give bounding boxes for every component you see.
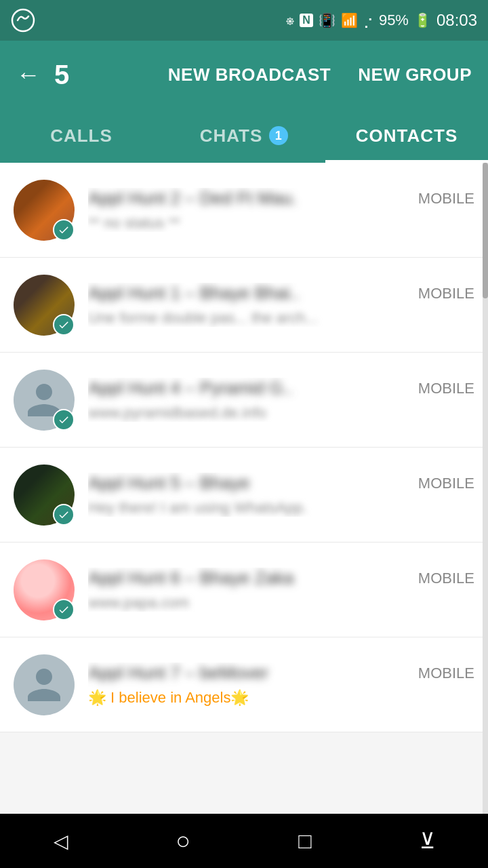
chats-tab-badge: 1 xyxy=(269,126,288,145)
person-icon xyxy=(24,665,64,705)
contact-name: Appl Hunt 7 – beMover xyxy=(88,663,268,684)
check-badge xyxy=(53,314,75,336)
tab-contacts[interactable]: CONTACTS xyxy=(325,108,488,163)
status-bar-left xyxy=(11,8,35,33)
avatar xyxy=(14,654,75,715)
tab-chats[interactable]: CHATS 1 xyxy=(163,108,325,163)
contact-status: ** no status ** xyxy=(88,214,474,232)
bottom-nav: ◁ ○ □ ⊻ xyxy=(0,814,488,868)
new-broadcast-button[interactable]: NEW BROADCAST xyxy=(168,64,331,85)
download-nav-button[interactable]: ⊻ xyxy=(407,821,447,861)
status-bar: ⎈ N 📳 📶 ⡐ 95% 🔋 08:03 xyxy=(0,0,488,41)
battery-text: 95% xyxy=(379,12,409,29)
check-badge xyxy=(53,504,75,526)
contact-name-row: Appl Hunt 1 – Bhaye Bhai.. MOBILE xyxy=(88,283,474,304)
contact-list: Appl Hunt 2 – Ded Ft Mau. MOBILE ** no s… xyxy=(0,163,488,814)
contact-type: MOBILE xyxy=(418,665,474,682)
contact-type: MOBILE xyxy=(418,190,474,208)
avatar-wrap xyxy=(14,654,75,715)
contact-name-row: Appl Hunt 2 – Ded Ft Mau. MOBILE xyxy=(88,188,474,209)
back-button[interactable]: ← xyxy=(16,60,41,89)
tab-calls[interactable]: CALLS xyxy=(0,108,163,163)
contact-type: MOBILE xyxy=(418,570,474,587)
home-nav-button[interactable]: ○ xyxy=(163,821,203,861)
scrollbar-thumb xyxy=(483,163,488,298)
signal-icon: ⡐ xyxy=(363,12,373,28)
header: ← 5 NEW BROADCAST NEW GROUP xyxy=(0,41,488,108)
bluetooth-icon: ⎈ xyxy=(286,13,294,28)
contact-type: MOBILE xyxy=(418,380,474,397)
new-group-button[interactable]: NEW GROUP xyxy=(358,64,472,85)
check-badge xyxy=(53,409,75,431)
nfc-icon: N xyxy=(300,14,313,27)
contact-name: Appl Hunt 1 – Bhaye Bhai.. xyxy=(88,283,300,304)
contact-status: 🌟 I believe in Angels🌟 xyxy=(88,689,474,707)
time-display: 08:03 xyxy=(436,11,477,30)
vibrate-icon: 📳 xyxy=(319,12,336,28)
recents-nav-button[interactable]: □ xyxy=(285,821,325,861)
calls-tab-label: CALLS xyxy=(50,125,113,146)
avatar-wrap xyxy=(14,275,75,336)
status-bar-right: ⎈ N 📳 📶 ⡐ 95% 🔋 08:03 xyxy=(286,11,477,30)
contact-name: Appl Hunt 6 – Bhaye Zaka xyxy=(88,568,294,589)
contact-item[interactable]: Appl Hunt 5 – Bhaye MOBILE Hey there! I … xyxy=(0,448,488,542)
contact-name-row: Appl Hunt 7 – beMover MOBILE xyxy=(88,663,474,684)
check-badge xyxy=(53,599,75,620)
app-icon xyxy=(11,8,35,33)
contact-name-row: Appl Hunt 5 – Bhaye MOBILE xyxy=(88,473,474,494)
svg-point-0 xyxy=(12,9,34,31)
contact-name: Appl Hunt 2 – Ded Ft Mau. xyxy=(88,188,297,209)
contact-item[interactable]: Appl Hunt 1 – Bhaye Bhai.. MOBILE Une fo… xyxy=(0,258,488,353)
contact-item[interactable]: Appl Hunt 4 – Pyramid G.. MOBILE www.pyr… xyxy=(0,353,488,448)
check-badge xyxy=(53,219,75,241)
scrollbar[interactable] xyxy=(483,163,488,814)
avatar-wrap xyxy=(14,465,75,526)
contact-info: Appl Hunt 2 – Ded Ft Mau. MOBILE ** no s… xyxy=(88,188,474,232)
contact-type: MOBILE xyxy=(418,285,474,302)
battery-icon: 🔋 xyxy=(414,12,431,28)
contact-name: Appl Hunt 4 – Pyramid G.. xyxy=(88,378,293,399)
contact-status: www.pyramidbased.de.info xyxy=(88,404,474,422)
avatar-wrap xyxy=(14,180,75,241)
contact-type: MOBILE xyxy=(418,475,474,492)
header-actions: NEW BROADCAST NEW GROUP xyxy=(168,64,472,85)
chats-tab-label: CHATS xyxy=(200,125,263,146)
contact-status: Une forme double pas... the arch... xyxy=(88,309,474,327)
contact-name-row: Appl Hunt 4 – Pyramid G.. MOBILE xyxy=(88,378,474,399)
avatar-wrap xyxy=(14,559,75,620)
contact-info: Appl Hunt 6 – Bhaye Zaka MOBILE www.papa… xyxy=(88,568,474,612)
avatar-wrap xyxy=(14,370,75,431)
contact-info: Appl Hunt 5 – Bhaye MOBILE Hey there! I … xyxy=(88,473,474,517)
contact-status: www.papa.com xyxy=(88,594,474,612)
contact-info: Appl Hunt 7 – beMover MOBILE 🌟 I believe… xyxy=(88,663,474,707)
contact-info: Appl Hunt 4 – Pyramid G.. MOBILE www.pyr… xyxy=(88,378,474,422)
selected-count: 5 xyxy=(54,60,69,90)
contact-item[interactable]: Appl Hunt 7 – beMover MOBILE 🌟 I believe… xyxy=(0,637,488,732)
contact-status: Hey there! I am using WhatsApp. xyxy=(88,499,474,517)
contact-item[interactable]: Appl Hunt 6 – Bhaye Zaka MOBILE www.papa… xyxy=(0,542,488,637)
wifi-icon: 📶 xyxy=(341,12,358,28)
back-nav-button[interactable]: ◁ xyxy=(41,821,81,861)
tabs-bar: CALLS CHATS 1 CONTACTS xyxy=(0,108,488,163)
contact-info: Appl Hunt 1 – Bhaye Bhai.. MOBILE Une fo… xyxy=(88,283,474,327)
contact-name: Appl Hunt 5 – Bhaye xyxy=(88,473,250,494)
contact-name-row: Appl Hunt 6 – Bhaye Zaka MOBILE xyxy=(88,568,474,589)
contact-item[interactable]: Appl Hunt 2 – Ded Ft Mau. MOBILE ** no s… xyxy=(0,163,488,258)
contacts-tab-label: CONTACTS xyxy=(356,125,458,146)
